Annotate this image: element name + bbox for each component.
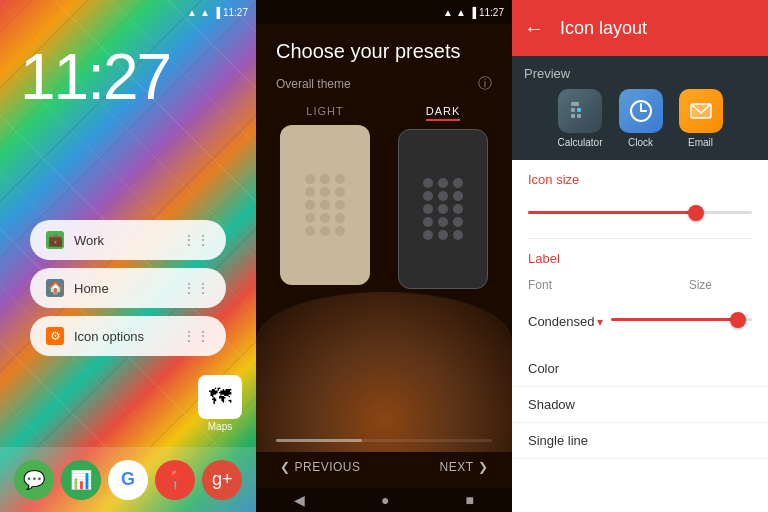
- dropdown-arrow-icon: ▾: [597, 315, 603, 329]
- preview-email: Email: [679, 89, 723, 148]
- shadow-row[interactable]: Shadow: [512, 387, 768, 423]
- dock-google[interactable]: G: [108, 460, 148, 500]
- work-menu-item[interactable]: 💼 Work ⋮⋮: [30, 220, 226, 260]
- dock-maps[interactable]: 📍: [155, 460, 195, 500]
- presets-status-time: 11:27: [479, 7, 504, 18]
- svg-rect-0: [571, 102, 579, 106]
- bg-decoration: [256, 292, 512, 452]
- header-title: Icon layout: [560, 18, 647, 39]
- dot: [438, 230, 448, 240]
- email-icon: [679, 89, 723, 133]
- dot: [453, 191, 463, 201]
- font-slider-fill: [611, 318, 738, 321]
- svg-rect-4: [577, 114, 581, 118]
- icon-layout-header: ← Icon layout: [512, 0, 768, 56]
- back-button[interactable]: ◀: [294, 492, 305, 508]
- dot: [320, 187, 330, 197]
- slider-thumb[interactable]: [688, 205, 704, 221]
- icon-layout-body: Preview Calculator: [512, 56, 768, 512]
- dot: [335, 200, 345, 210]
- recents-button[interactable]: ■: [466, 492, 474, 508]
- light-theme-phone: [280, 125, 370, 285]
- font-row: Condensed ▾: [528, 302, 752, 341]
- grid-icon: ⋮⋮: [182, 232, 210, 248]
- font-slider-track: [611, 318, 753, 321]
- icon-options-menu-item[interactable]: ⚙ Icon options ⋮⋮: [30, 316, 226, 356]
- dock-hangouts[interactable]: 💬: [14, 460, 54, 500]
- light-theme-option[interactable]: LIGHT: [272, 105, 378, 289]
- dock-sheets[interactable]: 📊: [61, 460, 101, 500]
- home-screen-panel: ▲ ▲ ▐ 11:27 11:27 💼 Work ⋮⋮ 🏠 Home ⋮⋮ ⚙: [0, 0, 256, 512]
- info-icon[interactable]: ⓘ: [478, 75, 492, 93]
- dot: [423, 217, 433, 227]
- color-row[interactable]: Color: [512, 351, 768, 387]
- options-label: Icon options: [74, 329, 144, 344]
- status-icons: ▲ ▲ ▐ 11:27: [187, 7, 248, 18]
- label-section: Label Font Size Condensed ▾: [512, 239, 768, 351]
- home-menu-item[interactable]: 🏠 Home ⋮⋮: [30, 268, 226, 308]
- icon-size-slider[interactable]: [528, 195, 752, 234]
- dot: [423, 230, 433, 240]
- dark-theme-option[interactable]: DARK: [390, 105, 496, 289]
- theme-options: LIGHT: [256, 97, 512, 297]
- slider-track: [528, 211, 752, 214]
- presets-subtitle: Overall theme ⓘ: [256, 75, 512, 97]
- progress-fill: [276, 439, 362, 442]
- maps-label: Maps: [208, 421, 232, 432]
- dock-gplus[interactable]: g+: [202, 460, 242, 500]
- svg-rect-1: [571, 108, 575, 112]
- preview-section: Preview Calculator: [512, 56, 768, 160]
- maps-shortcut[interactable]: 🗺 Maps: [198, 375, 242, 432]
- status-time: 11:27: [223, 7, 248, 18]
- dot: [320, 226, 330, 236]
- progress-bar: [276, 439, 492, 442]
- font-slider-thumb[interactable]: [730, 312, 746, 328]
- font-size-slider[interactable]: [611, 302, 753, 341]
- color-label: Color: [528, 361, 559, 376]
- label-title: Label: [528, 251, 752, 266]
- dot: [335, 174, 345, 184]
- nav-buttons: ❮ PREVIOUS NEXT ❯: [256, 454, 512, 488]
- dot: [320, 200, 330, 210]
- dot: [423, 204, 433, 214]
- dot: [453, 217, 463, 227]
- dot: [453, 230, 463, 240]
- light-theme-label: LIGHT: [306, 105, 343, 117]
- dot: [305, 187, 315, 197]
- dot: [320, 213, 330, 223]
- presets-title: Choose your presets: [256, 24, 512, 75]
- home-menu: 💼 Work ⋮⋮ 🏠 Home ⋮⋮ ⚙ Icon options ⋮⋮: [30, 220, 226, 356]
- icon-size-title: Icon size: [528, 172, 752, 187]
- back-button[interactable]: ←: [524, 17, 544, 40]
- email-label: Email: [688, 137, 713, 148]
- dot: [320, 174, 330, 184]
- icon-size-section: Icon size: [512, 160, 768, 238]
- svg-rect-2: [577, 108, 581, 112]
- calculator-icon: [558, 89, 602, 133]
- home-clock: 11:27: [20, 40, 170, 114]
- icon-layout-panel: ← Icon layout Preview Ca: [512, 0, 768, 512]
- presets-status-icons: ▲ ▲ ▐ 11:27: [443, 7, 504, 18]
- clock-label: Clock: [628, 137, 653, 148]
- calculator-label: Calculator: [557, 137, 602, 148]
- home-label: Home: [74, 281, 109, 296]
- font-dropdown[interactable]: Condensed ▾: [528, 314, 603, 329]
- dot: [335, 213, 345, 223]
- clock-icon: [619, 89, 663, 133]
- dot: [305, 213, 315, 223]
- size-header: Size: [689, 278, 712, 292]
- shadow-label: Shadow: [528, 397, 575, 412]
- home-button[interactable]: ●: [381, 492, 389, 508]
- maps-icon: 🗺: [198, 375, 242, 419]
- dot: [453, 178, 463, 188]
- dot: [305, 226, 315, 236]
- dot: [305, 200, 315, 210]
- dock: 💬 📊 G 📍 g+: [0, 447, 256, 512]
- dark-theme-phone: [398, 129, 488, 289]
- previous-button[interactable]: ❮ PREVIOUS: [268, 454, 373, 480]
- next-button[interactable]: NEXT ❯: [427, 454, 500, 480]
- presets-status-bar: ▲ ▲ ▐ 11:27: [256, 0, 512, 24]
- work-icon: 💼: [46, 231, 64, 249]
- single-line-row[interactable]: Single line: [512, 423, 768, 459]
- dot: [335, 187, 345, 197]
